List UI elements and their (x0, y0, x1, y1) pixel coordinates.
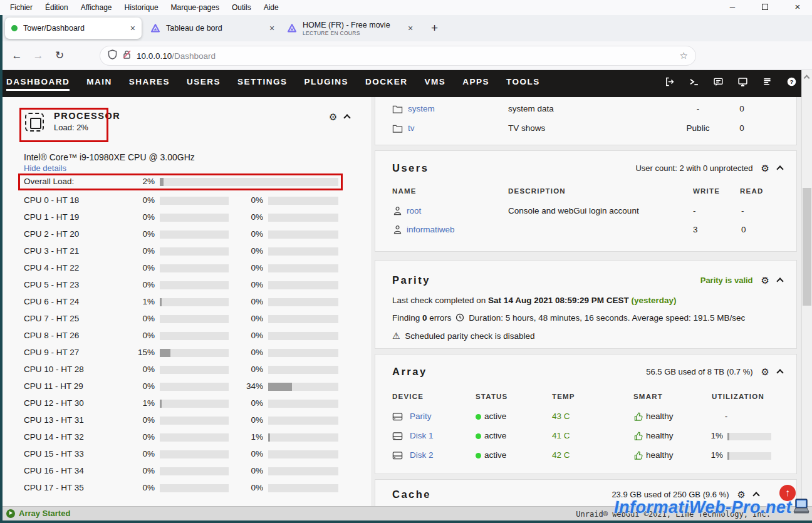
disk-icon (392, 412, 403, 422)
share-row: tvTV showsPublic0 (375, 123, 796, 137)
window-edge (0, 15, 3, 520)
cpu-load-value: 0% (96, 466, 155, 475)
array-summary: 56.5 GB used of 8 TB (0.7 %) (646, 367, 752, 376)
log-icon[interactable] (762, 76, 773, 87)
help-icon[interactable]: ? (786, 76, 797, 87)
users-title: Users (392, 162, 627, 174)
device-status: active (484, 412, 506, 421)
menu-historique[interactable]: Historique (125, 3, 159, 12)
column-header: DEVICE (392, 393, 424, 400)
cpu-load-value: 0% (96, 381, 155, 391)
ht-load-bar (268, 417, 338, 425)
nav-item-tools[interactable]: TOOLS (506, 77, 540, 91)
insecure-lock-icon[interactable] (122, 49, 132, 62)
tab-favicon-triangle-icon (150, 23, 160, 33)
device-name-link[interactable]: Parity (410, 412, 432, 421)
device-name-link[interactable]: Disk 1 (410, 431, 434, 440)
nav-item-main[interactable]: MAIN (86, 77, 112, 91)
window-edge (0, 520, 812, 523)
nav-item-plugins[interactable]: PLUGINS (304, 77, 349, 91)
device-utilization: 1% (689, 431, 723, 440)
gear-icon[interactable]: ⚙ (761, 367, 769, 376)
reload-button[interactable]: ↻ (49, 49, 70, 62)
nav-item-docker[interactable]: DOCKER (365, 77, 408, 91)
column-header: STATUS (476, 393, 508, 400)
collapse-chevron-icon[interactable] (776, 277, 783, 284)
utilization-bar (727, 452, 771, 460)
cpu-row: CPU 7 - HT 250%0% (3, 313, 372, 326)
warning-icon: ⚠ (392, 331, 400, 341)
share-row: systemsystem data-0 (375, 104, 796, 118)
gear-icon[interactable]: ⚙ (761, 276, 769, 285)
nav-item-shares[interactable]: SHARES (129, 77, 170, 91)
tab-close-icon[interactable]: × (130, 23, 135, 33)
menu-aide[interactable]: Aide (264, 3, 279, 12)
tab-media-status: LECTURE EN COURS (303, 30, 390, 36)
cpu-load-value: 0% (96, 229, 155, 239)
parity-last-check: Last check completed on Sat 14 Aug 2021 … (392, 296, 677, 305)
collapse-chevron-icon[interactable] (776, 369, 783, 376)
gear-icon[interactable]: ⚙ (329, 112, 337, 122)
browser-toolbar: ← → ↻ 10.0.0.10/Dashboard ☆ (0, 41, 812, 70)
parity-errors-count: 0 (422, 313, 427, 323)
menu-marquepages[interactable]: Marque-pages (171, 3, 219, 12)
user-read-count: 0 (741, 225, 746, 234)
hide-details-link[interactable]: Hide details (24, 163, 66, 173)
ht-load-bar (268, 230, 338, 239)
user-name-link[interactable]: root (407, 206, 421, 215)
cpu-load-value: 0% (96, 212, 155, 222)
scrollbar[interactable] (801, 70, 812, 520)
nav-item-dashboard[interactable]: DASHBOARD (6, 77, 70, 91)
cpu-core-label: CPU 7 - HT 25 (24, 314, 79, 323)
nav-item-apps[interactable]: APPS (462, 77, 489, 91)
collapse-chevron-icon[interactable] (776, 165, 783, 172)
nav-item-settings[interactable]: SETTINGS (237, 77, 288, 91)
collapse-chevron-icon[interactable] (344, 114, 351, 121)
nav-item-vms[interactable]: VMS (425, 77, 446, 91)
tab-favicon-triangle-icon (287, 23, 297, 33)
nav-item-users[interactable]: USERS (187, 77, 221, 91)
tab-home-fr-free-movie[interactable]: HOME (FR) - Free movie LECTURE EN COURS (287, 18, 422, 39)
user-icon (392, 225, 403, 234)
cpu-row: CPU 10 - HT 280%0% (3, 364, 372, 376)
active-status-dot-icon (476, 414, 481, 420)
scrollbar-up-icon[interactable] (804, 75, 810, 81)
user-name-link[interactable]: informatiweb (407, 225, 455, 234)
parity-title: Parity (392, 274, 692, 286)
share-name-link[interactable]: system (408, 104, 435, 113)
cpu-core-label: CPU 17 - HT 35 (24, 483, 84, 492)
tab-tableau-de-bord[interactable]: Tableau de bord (150, 18, 282, 39)
menu-fichier[interactable]: Fichier (10, 3, 33, 12)
address-bar[interactable]: 10.0.0.10/Dashboard ☆ (100, 46, 695, 65)
bookmark-star-icon[interactable]: ☆ (680, 50, 688, 61)
back-button[interactable]: ← (6, 49, 28, 62)
cpu-core-label: CPU 9 - HT 27 (24, 348, 79, 357)
tab-close-icon[interactable]: × (408, 23, 413, 33)
menu-affichage[interactable]: Affichage (81, 3, 112, 12)
shield-icon[interactable] (108, 49, 117, 62)
maximize-button[interactable] (759, 1, 771, 12)
logout-icon[interactable] (664, 76, 675, 87)
feedback-icon[interactable] (713, 76, 724, 87)
maximize-icon (762, 4, 768, 10)
remote-access-icon[interactable] (737, 76, 748, 87)
scrollbar-thumb[interactable] (803, 188, 811, 306)
terminal-icon[interactable] (689, 76, 699, 87)
ht-load-value: 0% (203, 297, 263, 306)
close-button[interactable]: × (792, 1, 803, 12)
device-smart-status: healthy (646, 450, 674, 460)
share-name-link[interactable]: tv (408, 123, 415, 133)
new-tab-button[interactable]: + (431, 21, 438, 35)
device-name-link[interactable]: Disk 2 (410, 450, 434, 460)
menu-outils[interactable]: Outils (232, 3, 251, 12)
menu-dition[interactable]: Édition (45, 3, 68, 12)
tab-tower-dashboard[interactable]: Tower/Dashboard × (5, 18, 142, 39)
cpu-load-value: 15% (96, 348, 155, 357)
folder-icon (392, 124, 403, 133)
tab-close-icon[interactable]: × (269, 23, 274, 33)
active-status-dot-icon (476, 453, 481, 458)
gear-icon[interactable]: ⚙ (761, 163, 769, 173)
cpu-row: CPU 14 - HT 320%1% (3, 432, 372, 444)
tab-bar: Tower/Dashboard × Tableau de bord × HOME… (0, 15, 812, 41)
minimize-button[interactable]: – (727, 1, 738, 12)
